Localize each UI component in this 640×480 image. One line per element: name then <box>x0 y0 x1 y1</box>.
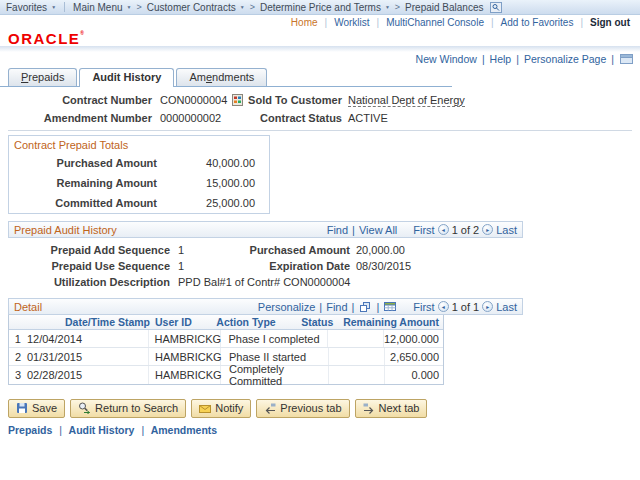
column-header-status[interactable]: Status <box>297 316 343 328</box>
breadcrumb-main-menu[interactable]: Main Menu ▼ <box>73 2 131 13</box>
page-action-bar: New Window | Help | Personalize Page | <box>0 52 640 65</box>
chevron-down-icon: ▼ <box>385 5 390 10</box>
totals-row: Purchased Amount 40,000.00 <box>9 153 269 173</box>
window-icon[interactable] <box>620 53 633 64</box>
page-toolbar: Save Return to Search Notify Previous ta… <box>8 399 640 418</box>
worklist-link[interactable]: Worklist <box>334 17 369 28</box>
status-cell <box>329 366 385 384</box>
amendments-footer-link[interactable]: Amendments <box>151 424 218 436</box>
prepaid-balances-label: Prepaid Balances <box>405 2 483 13</box>
date-time-cell: 12/04/2014 <box>21 330 149 347</box>
return-to-search-button[interactable]: Return to Search <box>70 399 186 418</box>
amendment-number-label: Amendment Number <box>0 112 152 124</box>
download-icon[interactable] <box>384 301 396 312</box>
audit-last-link[interactable]: Last <box>496 224 517 236</box>
audit-view-all-link[interactable]: View All <box>359 224 397 236</box>
home-link[interactable]: Home <box>291 17 318 28</box>
contract-number-value: CON0000004 <box>152 94 232 106</box>
contract-prepaid-totals-box: Contract Prepaid Totals Purchased Amount… <box>8 135 270 214</box>
related-content-icon[interactable] <box>232 94 246 106</box>
breadcrumb-current-page: Prepaid Balances <box>405 2 483 13</box>
detail-table: Date/Time Stamp User ID Action Type Stat… <box>8 315 444 385</box>
previous-row-icon[interactable]: ◄ <box>438 224 449 235</box>
contract-header-fields: Contract Number CON0000004 Sold To Custo… <box>0 92 640 126</box>
row-number: 2 <box>9 351 21 363</box>
detail-find-link[interactable]: Find <box>326 301 347 313</box>
audit-history-footer-link[interactable]: Audit History <box>69 424 135 436</box>
remaining-amount-value: 15,000.00 <box>157 177 269 189</box>
next-tab-icon <box>363 403 375 414</box>
detail-last-link[interactable]: Last <box>496 301 517 313</box>
table-row: 3 02/28/2015 HAMBRICKG Completely Commit… <box>9 366 443 384</box>
column-header-user-id[interactable]: User ID <box>149 316 208 328</box>
date-time-cell: 01/31/2015 <box>21 348 149 365</box>
envelope-icon <box>199 403 211 414</box>
column-header-action-type[interactable]: Action Type <box>208 316 297 328</box>
status-cell <box>328 330 384 347</box>
row-number: 1 <box>9 333 21 345</box>
breadcrumb-separator: > <box>395 2 400 12</box>
view-all-icon[interactable] <box>359 301 371 313</box>
brand-row: ORACLE® <box>0 30 640 46</box>
user-id-cell: HAMBRICKG <box>149 330 221 347</box>
save-button[interactable]: Save <box>8 399 65 418</box>
detail-pager: First ◄ 1 of 1 ► Last <box>413 301 517 313</box>
action-type-cell: Completely Committed <box>221 366 329 384</box>
detail-personalize-link[interactable]: Personalize <box>258 301 315 313</box>
audit-find-link[interactable]: Find <box>327 224 348 236</box>
detail-first-link[interactable]: First <box>413 301 434 313</box>
purchased-amount-label: Purchased Amount <box>9 157 157 169</box>
prepaids-footer-link[interactable]: Prepaids <box>8 424 52 436</box>
sign-out-link[interactable]: Sign out <box>590 17 630 28</box>
audit-first-link[interactable]: First <box>413 224 434 236</box>
committed-amount-value: 25,000.00 <box>157 197 269 209</box>
detail-pager-position: 1 of 1 <box>452 301 480 313</box>
tab-prepaids[interactable]: Prepaids <box>8 68 77 86</box>
remaining-amount-label: Remaining Amount <box>9 177 157 189</box>
sold-to-customer-value[interactable]: National Dept of Energy <box>348 94 465 107</box>
user-id-cell: HAMBRICKG <box>149 348 221 365</box>
contract-status-value: ACTIVE <box>342 112 388 124</box>
chevron-down-icon: ▼ <box>240 5 245 10</box>
utilization-description-value: PPD Bal#1 of Contr# CON0000004 <box>170 276 350 288</box>
page-lookup-icon[interactable] <box>490 2 502 13</box>
bar-separator: | <box>319 301 322 313</box>
prepaid-add-sequence-label: Prepaid Add Sequence <box>8 244 170 256</box>
save-icon <box>16 402 28 414</box>
new-window-link[interactable]: New Window <box>416 53 477 65</box>
date-time-cell: 02/28/2015 <box>21 366 149 384</box>
breadcrumb-determine-price-terms[interactable]: Determine Price and Terms ▼ <box>260 2 390 13</box>
next-row-icon[interactable]: ► <box>482 224 493 235</box>
breadcrumb: Favorites ▼ Main Menu ▼ > Customer Contr… <box>0 0 640 15</box>
personalize-page-link[interactable]: Personalize Page <box>524 53 606 65</box>
help-link[interactable]: Help <box>490 53 512 65</box>
multichannel-console-link[interactable]: MultiChannel Console <box>386 17 484 28</box>
tab-amendments[interactable]: Amendments <box>176 68 267 86</box>
column-header-date-time[interactable]: Date/Time Stamp <box>9 316 149 328</box>
remaining-amount-cell: 0.000 <box>385 369 443 381</box>
breadcrumb-customer-contracts[interactable]: Customer Contracts ▼ <box>147 2 245 13</box>
detail-title: Detail <box>14 301 42 313</box>
contract-number-label: Contract Number <box>0 94 152 106</box>
nav-separator: | <box>377 17 380 28</box>
table-row: 2 01/31/2015 HAMBRICKG Phase II started … <box>9 348 443 366</box>
amendment-number-value: 0000000002 <box>152 112 232 124</box>
add-to-favorites-link[interactable]: Add to Favorites <box>501 17 574 28</box>
favorites-menu[interactable]: Favorites ▼ <box>6 2 56 13</box>
row-number: 3 <box>9 369 21 381</box>
next-row-icon[interactable]: ► <box>482 301 493 312</box>
chevron-down-icon: ▼ <box>127 5 132 10</box>
breadcrumb-separator: > <box>137 2 142 12</box>
expiration-date-label: Expiration Date <box>242 260 350 272</box>
customer-contracts-label: Customer Contracts <box>147 2 236 13</box>
status-cell <box>329 348 385 365</box>
next-tab-button[interactable]: Next tab <box>355 399 428 418</box>
column-header-remaining-amount[interactable]: Remaining Amount <box>343 316 443 328</box>
previous-row-icon[interactable]: ◄ <box>438 301 449 312</box>
notify-button[interactable]: Notify <box>191 399 251 418</box>
remaining-amount-cell: 12,000.000 <box>384 333 443 345</box>
utilization-description-label: Utilization Description <box>8 276 170 288</box>
prepaid-audit-history-section: Prepaid Audit History Find | View All Fi… <box>8 221 523 385</box>
tab-audit-history[interactable]: Audit History <box>79 68 174 87</box>
previous-tab-button[interactable]: Previous tab <box>256 399 349 418</box>
